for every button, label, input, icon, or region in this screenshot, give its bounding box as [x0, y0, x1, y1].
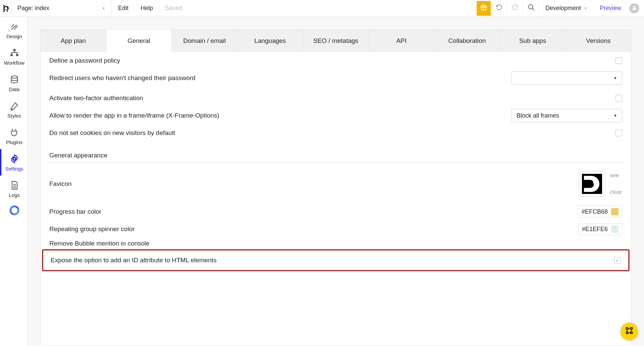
tab-collaboration[interactable]: Collaboration	[434, 29, 500, 52]
gift-icon	[480, 4, 487, 13]
row-favicon: Favicon see clear	[49, 169, 622, 203]
user-avatar[interactable]	[629, 3, 639, 13]
favicon-clear-link[interactable]: clear	[610, 189, 622, 196]
redo-button[interactable]	[507, 0, 523, 17]
fab-button[interactable]	[621, 323, 638, 340]
checkbox-two-factor[interactable]	[615, 95, 622, 101]
tab-sub-apps[interactable]: Sub apps	[500, 29, 566, 52]
search-button[interactable]	[523, 0, 539, 17]
tab-general[interactable]: General	[106, 29, 172, 52]
sidebar-item-styles[interactable]: Styles	[0, 96, 27, 123]
checkbox-expose-id[interactable]	[614, 257, 621, 264]
env-label: Development	[545, 5, 581, 12]
tab-languages[interactable]: Languages	[237, 29, 303, 52]
help-circle-icon	[9, 205, 19, 215]
label-favicon: Favicon	[49, 180, 72, 188]
gift-button[interactable]	[477, 1, 491, 16]
sidebar-item-data[interactable]: Data	[0, 70, 27, 96]
svg-rect-22	[631, 328, 632, 329]
svg-rect-24	[631, 332, 632, 334]
svg-rect-11	[13, 49, 15, 51]
svg-point-19	[10, 206, 18, 214]
undo-button[interactable]	[491, 0, 507, 17]
svg-point-14	[11, 76, 17, 78]
sidebar-item-workflow[interactable]: Workflow	[0, 43, 27, 70]
svg-point-0	[7, 10, 8, 12]
sidebar-item-label: Plugins	[6, 139, 22, 145]
row-iframe: Allow to render the app in a frame/ifram…	[49, 107, 622, 124]
label-redirect-users: Redirect users who haven't changed their…	[49, 74, 512, 82]
design-icon	[9, 21, 19, 31]
sidebar-item-design[interactable]: Design	[0, 17, 27, 43]
sidebar-item-plugins[interactable]: Plugins	[0, 123, 27, 149]
person-icon	[631, 5, 637, 12]
color-value: #E1EFE6	[582, 226, 608, 233]
preview-link[interactable]: Preview	[594, 0, 627, 16]
svg-line-9	[11, 24, 14, 27]
svg-point-4	[528, 4, 533, 9]
checkbox-no-cookies[interactable]	[615, 130, 622, 136]
row-progress-bar-color: Progress bar color #EFCB68	[49, 203, 622, 220]
svg-rect-13	[16, 54, 18, 56]
svg-rect-21	[626, 328, 628, 329]
chevron-down-icon: ▼	[584, 6, 588, 11]
row-no-cookies: Do not set cookies on new visitors by de…	[49, 124, 622, 142]
select-iframe[interactable]: Block all frames ▼	[512, 109, 622, 122]
data-icon	[9, 74, 19, 84]
row-remove-bubble: Remove Bubble mention in console	[49, 238, 622, 249]
logs-icon	[9, 180, 19, 190]
label-no-cookies: Do not set cookies on new visitors by de…	[49, 129, 615, 137]
color-picker-spinner[interactable]: #E1EFE6	[578, 223, 622, 235]
label-spinner: Repeating group spinner color	[49, 225, 578, 233]
row-password-policy: Define a password policy	[49, 52, 622, 69]
checkbox-password-policy[interactable]	[615, 57, 622, 64]
workflow-icon	[9, 48, 19, 58]
color-swatch	[611, 208, 619, 215]
sidebar-item-logs[interactable]: Logs	[0, 176, 27, 202]
tab-api[interactable]: API	[369, 29, 434, 52]
label-iframe: Allow to render the app in a frame/ifram…	[49, 112, 512, 119]
row-redirect-users: Redirect users who haven't changed their…	[49, 69, 622, 87]
menu-help[interactable]: Help	[135, 0, 159, 16]
sidebar-item-label: Data	[9, 86, 20, 92]
tab-versions[interactable]: Versions	[566, 29, 631, 52]
sidebar-item-help[interactable]	[0, 202, 27, 219]
sidebar-item-label: Styles	[7, 113, 21, 119]
favicon-see-link[interactable]: see	[610, 172, 622, 179]
undo-icon	[495, 4, 503, 13]
plugins-icon	[9, 127, 19, 137]
chevron-down-icon: ▼	[613, 76, 617, 80]
label-remove-bubble: Remove Bubble mention in console	[49, 240, 622, 247]
sidebar-item-settings[interactable]: Settings	[0, 149, 27, 176]
label-two-factor: Activate two-factor authentication	[49, 94, 615, 102]
tab-domain-email[interactable]: Domain / email	[172, 29, 237, 52]
svg-point-15	[13, 158, 15, 160]
label-password-policy: Define a password policy	[49, 57, 615, 64]
environment-selector[interactable]: Development ▼	[539, 0, 594, 16]
tab-app-plan[interactable]: App plan	[40, 29, 106, 52]
page-label: Page: index	[17, 5, 49, 12]
page-selector[interactable]: Page: index ▼	[11, 0, 112, 16]
select-value: Block all frames	[517, 112, 559, 119]
main: App plan General Domain / email Language…	[28, 17, 644, 346]
svg-line-5	[532, 8, 534, 10]
row-spinner-color: Repeating group spinner color #E1EFE6	[49, 220, 622, 238]
tab-seo-metatags[interactable]: SEO / metatags	[303, 29, 369, 52]
bubble-logo[interactable]	[0, 0, 11, 17]
chevron-down-icon: ▼	[102, 6, 106, 11]
svg-line-10	[15, 25, 17, 27]
top-menu: Edit Help Saved	[112, 0, 188, 16]
favicon-preview[interactable]	[579, 171, 605, 197]
styles-icon	[9, 101, 19, 111]
color-picker-progress-bar[interactable]: #EFCB68	[578, 206, 622, 218]
topbar: Page: index ▼ Edit Help Saved	[0, 0, 644, 17]
redo-icon	[512, 4, 519, 13]
svg-rect-12	[10, 54, 13, 56]
row-two-factor: Activate two-factor authentication	[49, 89, 622, 107]
select-redirect-users[interactable]: ▼	[512, 71, 622, 85]
nodes-icon	[625, 327, 633, 336]
section-header-appearance: General appearance	[49, 142, 622, 162]
menu-edit[interactable]: Edit	[112, 0, 135, 16]
save-status: Saved	[159, 0, 188, 16]
sidebar-item-label: Logs	[9, 192, 20, 198]
